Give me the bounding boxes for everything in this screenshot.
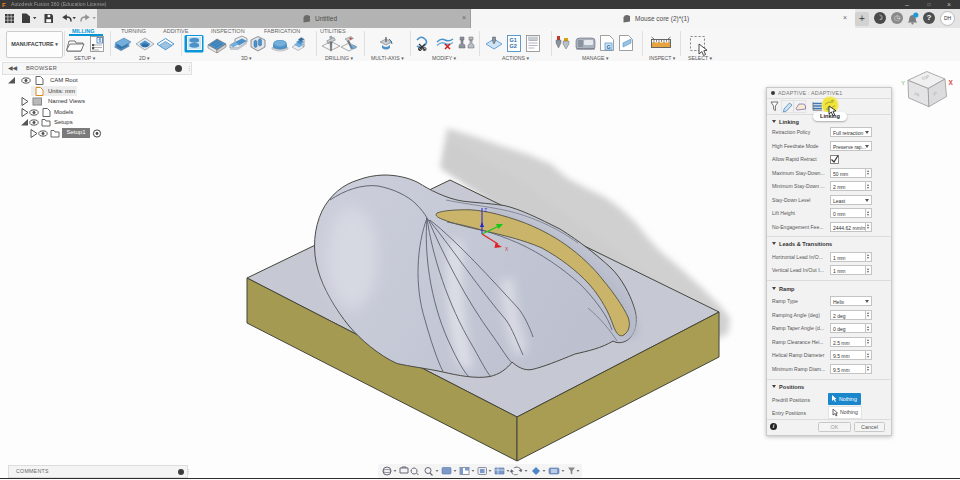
svg-text:Y: Y bbox=[901, 80, 905, 86]
svg-text:X: X bbox=[949, 79, 954, 86]
svg-text:Z: Z bbox=[484, 207, 487, 213]
